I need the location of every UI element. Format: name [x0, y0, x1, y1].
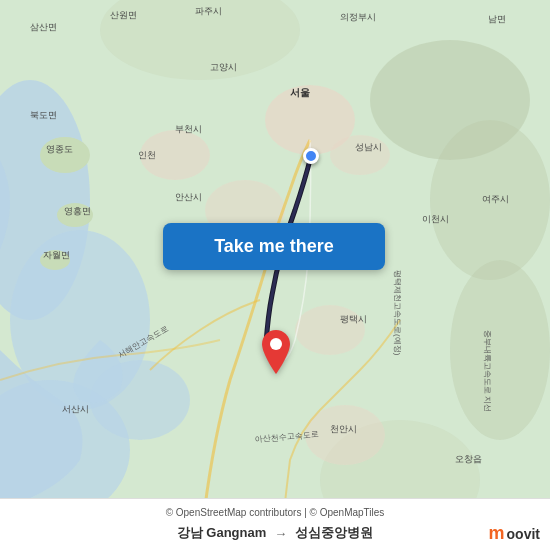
svg-point-45	[270, 338, 282, 350]
svg-text:북도면: 북도면	[30, 110, 57, 120]
moovit-wordmark: oovit	[507, 526, 540, 542]
svg-point-16	[330, 135, 390, 175]
svg-text:남면: 남면	[488, 14, 506, 24]
svg-text:서산시: 서산시	[62, 404, 89, 414]
svg-text:여주시: 여주시	[482, 194, 509, 204]
origin-marker	[303, 148, 319, 164]
svg-text:파주시: 파주시	[195, 6, 222, 16]
moovit-logo: m oovit	[489, 523, 540, 544]
svg-text:평택제천고속도로(예정): 평택제천고속도로(예정)	[393, 270, 402, 356]
map-container: 삼산면 산원면 파주시 의정부시 남면 서울 고양시 북도면 부천시 성남시 인…	[0, 0, 550, 550]
map-attribution: © OpenStreetMap contributors | © OpenMap…	[12, 507, 538, 518]
svg-text:삼산면: 삼산면	[30, 22, 57, 32]
svg-text:자월면: 자월면	[43, 250, 70, 260]
map-background: 삼산면 산원면 파주시 의정부시 남면 서울 고양시 북도면 부천시 성남시 인…	[0, 0, 550, 550]
svg-text:평택시: 평택시	[340, 314, 367, 324]
destination-marker	[258, 330, 294, 378]
bottom-bar: © OpenStreetMap contributors | © OpenMap…	[0, 498, 550, 550]
svg-point-5	[40, 137, 90, 173]
svg-text:안산시: 안산시	[175, 192, 202, 202]
svg-text:고양시: 고양시	[210, 62, 237, 72]
route-arrow-icon: →	[274, 526, 287, 541]
svg-text:산원면: 산원면	[110, 10, 137, 20]
moovit-m-letter: m	[489, 523, 505, 544]
svg-text:이천시: 이천시	[422, 214, 449, 224]
svg-text:인천: 인천	[138, 150, 156, 160]
svg-text:오창읍: 오창읍	[455, 454, 482, 464]
origin-label: 강남 Gangnam	[177, 524, 267, 542]
take-me-there-button[interactable]: Take me there	[163, 223, 385, 270]
svg-text:영흥면: 영흥면	[64, 206, 91, 216]
svg-text:성남시: 성남시	[355, 142, 382, 152]
svg-text:중부내륙고속도로 지선: 중부내륙고속도로 지선	[483, 330, 492, 412]
svg-point-10	[450, 260, 550, 440]
svg-text:천안시: 천안시	[330, 424, 357, 434]
svg-text:부천시: 부천시	[175, 124, 202, 134]
svg-text:의정부시: 의정부시	[340, 12, 376, 22]
destination-label: 성심중앙병원	[295, 524, 373, 542]
svg-point-17	[295, 305, 365, 355]
svg-text:영종도: 영종도	[46, 144, 73, 154]
svg-text:서울: 서울	[290, 87, 310, 98]
